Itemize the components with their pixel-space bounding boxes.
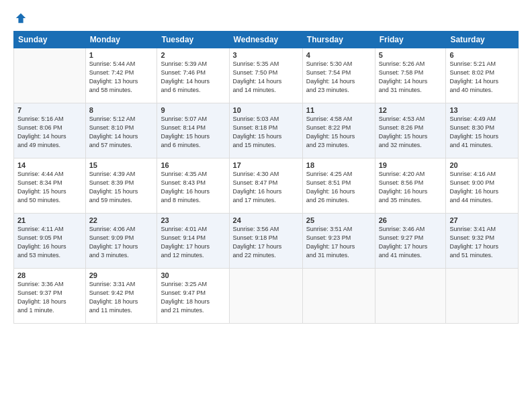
day-info: Sunrise: 3:25 AM Sunset: 9:47 PM Dayligh…: [161, 280, 225, 315]
day-info: Sunrise: 5:03 AM Sunset: 8:18 PM Dayligh…: [233, 115, 299, 150]
day-info: Sunrise: 4:06 AM Sunset: 9:09 PM Dayligh…: [89, 225, 154, 260]
calendar-day-cell: 20Sunrise: 4:16 AM Sunset: 9:00 PM Dayli…: [446, 158, 519, 214]
day-info: Sunrise: 3:31 AM Sunset: 9:42 PM Dayligh…: [89, 280, 154, 315]
calendar-day-cell: 4Sunrise: 5:30 AM Sunset: 7:54 PM Daylig…: [302, 48, 375, 103]
day-info: Sunrise: 4:44 AM Sunset: 8:34 PM Dayligh…: [17, 170, 82, 205]
weekday-header: Thursday: [302, 32, 375, 48]
day-info: Sunrise: 4:16 AM Sunset: 9:00 PM Dayligh…: [449, 170, 515, 205]
day-number: 25: [306, 216, 371, 224]
day-info: Sunrise: 3:36 AM Sunset: 9:37 PM Dayligh…: [17, 280, 82, 315]
day-number: 14: [17, 161, 82, 169]
day-number: 8: [89, 106, 154, 114]
day-info: Sunrise: 5:21 AM Sunset: 8:02 PM Dayligh…: [449, 60, 515, 95]
svg-marker-0: [16, 13, 26, 23]
calendar-day-cell: 27Sunrise: 3:41 AM Sunset: 9:32 PM Dayli…: [446, 214, 519, 269]
calendar-day-cell: 7Sunrise: 5:16 AM Sunset: 8:06 PM Daylig…: [14, 103, 86, 158]
calendar-day-cell: 25Sunrise: 3:51 AM Sunset: 9:23 PM Dayli…: [302, 214, 375, 269]
calendar-day-cell: 18Sunrise: 4:25 AM Sunset: 8:51 PM Dayli…: [302, 158, 375, 214]
day-number: 10: [233, 106, 299, 114]
day-info: Sunrise: 4:35 AM Sunset: 8:43 PM Dayligh…: [161, 170, 225, 205]
weekday-header: Sunday: [14, 32, 86, 48]
calendar-day-cell: 24Sunrise: 3:56 AM Sunset: 9:18 PM Dayli…: [229, 214, 302, 269]
day-number: 3: [233, 51, 299, 59]
day-number: 20: [449, 161, 515, 169]
calendar-day-cell: 13Sunrise: 4:49 AM Sunset: 8:30 PM Dayli…: [446, 103, 519, 158]
day-number: 9: [161, 106, 225, 114]
header: [13, 12, 519, 24]
weekday-header: Saturday: [446, 32, 519, 48]
day-number: 4: [306, 51, 371, 59]
calendar-day-cell: 1Sunrise: 5:44 AM Sunset: 7:42 PM Daylig…: [85, 48, 157, 103]
day-info: Sunrise: 5:30 AM Sunset: 7:54 PM Dayligh…: [306, 60, 371, 95]
day-info: Sunrise: 4:49 AM Sunset: 8:30 PM Dayligh…: [449, 115, 515, 150]
day-number: 16: [161, 161, 225, 169]
day-number: 29: [89, 271, 154, 279]
calendar-day-cell: 5Sunrise: 5:26 AM Sunset: 7:58 PM Daylig…: [375, 48, 446, 103]
calendar-day-cell: 6Sunrise: 5:21 AM Sunset: 8:02 PM Daylig…: [446, 48, 519, 103]
day-info: Sunrise: 4:30 AM Sunset: 8:47 PM Dayligh…: [233, 170, 299, 205]
calendar-day-cell: 16Sunrise: 4:35 AM Sunset: 8:43 PM Dayli…: [157, 158, 229, 214]
calendar-week-row: 7Sunrise: 5:16 AM Sunset: 8:06 PM Daylig…: [14, 103, 519, 158]
day-number: 28: [17, 271, 82, 279]
day-info: Sunrise: 4:20 AM Sunset: 8:56 PM Dayligh…: [379, 170, 443, 205]
day-number: 12: [379, 106, 443, 114]
day-info: Sunrise: 3:56 AM Sunset: 9:18 PM Dayligh…: [233, 225, 299, 260]
day-info: Sunrise: 3:41 AM Sunset: 9:32 PM Dayligh…: [449, 225, 515, 260]
day-info: Sunrise: 4:58 AM Sunset: 8:22 PM Dayligh…: [306, 115, 371, 150]
day-number: 19: [379, 161, 443, 169]
calendar-day-cell: 3Sunrise: 5:35 AM Sunset: 7:50 PM Daylig…: [229, 48, 302, 103]
day-number: 13: [449, 106, 515, 114]
day-info: Sunrise: 4:01 AM Sunset: 9:14 PM Dayligh…: [161, 225, 225, 260]
calendar-day-cell: 19Sunrise: 4:20 AM Sunset: 8:56 PM Dayli…: [375, 158, 446, 214]
calendar-day-cell: 23Sunrise: 4:01 AM Sunset: 9:14 PM Dayli…: [157, 214, 229, 269]
day-number: 24: [233, 216, 299, 224]
calendar-day-cell: 29Sunrise: 3:31 AM Sunset: 9:42 PM Dayli…: [85, 269, 157, 324]
logo-icon: [15, 12, 27, 24]
logo: [13, 12, 27, 24]
day-info: Sunrise: 5:44 AM Sunset: 7:42 PM Dayligh…: [89, 60, 154, 95]
day-number: 17: [233, 161, 299, 169]
weekday-header: Friday: [375, 32, 446, 48]
day-info: Sunrise: 5:35 AM Sunset: 7:50 PM Dayligh…: [233, 60, 299, 95]
calendar-day-cell: 8Sunrise: 5:12 AM Sunset: 8:10 PM Daylig…: [85, 103, 157, 158]
calendar-day-cell: 21Sunrise: 4:11 AM Sunset: 9:05 PM Dayli…: [14, 214, 86, 269]
calendar-day-cell: 11Sunrise: 4:58 AM Sunset: 8:22 PM Dayli…: [302, 103, 375, 158]
day-info: Sunrise: 5:07 AM Sunset: 8:14 PM Dayligh…: [161, 115, 225, 150]
calendar-day-cell: 10Sunrise: 5:03 AM Sunset: 8:18 PM Dayli…: [229, 103, 302, 158]
day-number: 1: [89, 51, 154, 59]
weekday-header: Monday: [85, 32, 157, 48]
day-info: Sunrise: 5:26 AM Sunset: 7:58 PM Dayligh…: [379, 60, 443, 95]
calendar-day-cell: 26Sunrise: 3:46 AM Sunset: 9:27 PM Dayli…: [375, 214, 446, 269]
day-number: 21: [17, 216, 82, 224]
day-info: Sunrise: 3:51 AM Sunset: 9:23 PM Dayligh…: [306, 225, 371, 260]
calendar-day-cell: [375, 269, 446, 324]
calendar-day-cell: 2Sunrise: 5:39 AM Sunset: 7:46 PM Daylig…: [157, 48, 229, 103]
day-info: Sunrise: 5:39 AM Sunset: 7:46 PM Dayligh…: [161, 60, 225, 95]
weekday-header: Tuesday: [157, 32, 229, 48]
calendar-day-cell: 22Sunrise: 4:06 AM Sunset: 9:09 PM Dayli…: [85, 214, 157, 269]
calendar-table: SundayMondayTuesdayWednesdayThursdayFrid…: [13, 31, 519, 324]
day-number: 11: [306, 106, 371, 114]
calendar-day-cell: 14Sunrise: 4:44 AM Sunset: 8:34 PM Dayli…: [14, 158, 86, 214]
day-info: Sunrise: 4:53 AM Sunset: 8:26 PM Dayligh…: [379, 115, 443, 150]
calendar-week-row: 21Sunrise: 4:11 AM Sunset: 9:05 PM Dayli…: [14, 214, 519, 269]
day-info: Sunrise: 5:12 AM Sunset: 8:10 PM Dayligh…: [89, 115, 154, 150]
calendar-day-cell: [446, 269, 519, 324]
calendar-day-cell: [229, 269, 302, 324]
calendar-day-cell: 17Sunrise: 4:30 AM Sunset: 8:47 PM Dayli…: [229, 158, 302, 214]
calendar-day-cell: 12Sunrise: 4:53 AM Sunset: 8:26 PM Dayli…: [375, 103, 446, 158]
day-number: 18: [306, 161, 371, 169]
day-info: Sunrise: 4:25 AM Sunset: 8:51 PM Dayligh…: [306, 170, 371, 205]
calendar-week-row: 1Sunrise: 5:44 AM Sunset: 7:42 PM Daylig…: [14, 48, 519, 103]
calendar-day-cell: [302, 269, 375, 324]
day-number: 30: [161, 271, 225, 279]
calendar-day-cell: 28Sunrise: 3:36 AM Sunset: 9:37 PM Dayli…: [14, 269, 86, 324]
calendar-day-cell: 30Sunrise: 3:25 AM Sunset: 9:47 PM Dayli…: [157, 269, 229, 324]
day-number: 5: [379, 51, 443, 59]
day-number: 15: [89, 161, 154, 169]
day-number: 27: [449, 216, 515, 224]
calendar-day-cell: 9Sunrise: 5:07 AM Sunset: 8:14 PM Daylig…: [157, 103, 229, 158]
day-info: Sunrise: 4:39 AM Sunset: 8:39 PM Dayligh…: [89, 170, 154, 205]
calendar-week-row: 14Sunrise: 4:44 AM Sunset: 8:34 PM Dayli…: [14, 158, 519, 214]
day-info: Sunrise: 4:11 AM Sunset: 9:05 PM Dayligh…: [17, 225, 82, 260]
